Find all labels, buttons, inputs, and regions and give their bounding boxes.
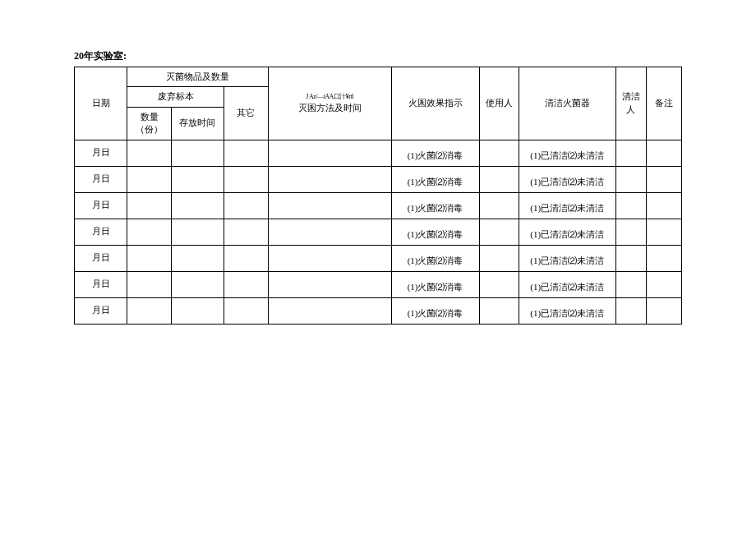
header-clean-person: 清洁人 [615,67,646,140]
cell-user [479,297,519,324]
header-date: 日期 [75,67,127,140]
cell-user [479,271,519,297]
cell-qty [127,166,172,192]
cell-cleanperson [615,219,646,245]
cell-cleanperson [615,140,646,166]
cell-qty [127,245,172,271]
cell-date: 月日 [75,219,127,245]
header-clean-sterilizer: 清洁火菌器 [519,67,615,140]
cell-cleaner: (1)已清洁⑵未清洁 [519,166,615,192]
cell-effect: (1)火菌⑵消毒 [391,245,479,271]
cell-other [224,297,269,324]
cell-cleaner: (1)已清洁⑵未清洁 [519,271,615,297]
header-other: 其它 [224,87,269,140]
cell-remark [647,219,682,245]
cell-method [268,140,391,166]
cell-remark [647,166,682,192]
cell-method [268,219,391,245]
table-row: 月日 (1)火菌⑵消毒 (1)已清洁⑵未清洁 [75,245,682,271]
cell-qty [127,192,172,219]
cell-storage [171,219,224,245]
cell-storage [171,245,224,271]
cell-qty [127,219,172,245]
cell-storage [171,192,224,219]
table-row: 月日 (1)火菌⑵消毒 (1)已清洁⑵未清洁 [75,192,682,219]
table-row: 月日 (1)火菌⑵消毒 (1)已清洁⑵未清洁 [75,297,682,324]
cell-cleanperson [615,192,646,219]
cell-method [268,192,391,219]
table-row: 月日 (1)火菌⑵消毒 (1)已清洁⑵未清洁 [75,166,682,192]
table-row: 月日 (1)火菌⑵消毒 (1)已清洁⑵未清洁 [75,140,682,166]
cell-effect: (1)火菌⑵消毒 [391,271,479,297]
header-effect: 火囷效果指示 [391,67,479,140]
cell-user [479,219,519,245]
cell-date: 月日 [75,140,127,166]
cell-effect: (1)火菌⑵消毒 [391,297,479,324]
cell-other [224,192,269,219]
cell-effect: (1)火菌⑵消毒 [391,219,479,245]
cell-other [224,166,269,192]
header-discard-sample: 废弃标本 [127,87,224,107]
header-method-small: J Az/—tAA口汁¥rtl [270,92,390,101]
table-body: 月日 (1)火菌⑵消毒 (1)已清洁⑵未清洁 月日 (1)火菌⑵消毒 (1)已清… [75,140,682,324]
cell-cleaner: (1)已清洁⑵未清洁 [519,297,615,324]
cell-storage [171,297,224,324]
header-method: J Az/—tAA口汁¥rtl 灭囷方法及时间 [268,67,391,140]
cell-date: 月日 [75,166,127,192]
cell-method [268,271,391,297]
cell-other [224,140,269,166]
cell-storage [171,271,224,297]
cell-cleanperson [615,271,646,297]
header-storage-time: 存放时间 [171,107,224,140]
cell-remark [647,271,682,297]
table-row: 月日 (1)火菌⑵消毒 (1)已清洁⑵未清洁 [75,219,682,245]
cell-effect: (1)火菌⑵消毒 [391,140,479,166]
cell-user [479,140,519,166]
table-row: 月日 (1)火菌⑵消毒 (1)已清洁⑵未清洁 [75,271,682,297]
cell-user [479,245,519,271]
cell-qty [127,140,172,166]
cell-other [224,219,269,245]
cell-effect: (1)火菌⑵消毒 [391,166,479,192]
cell-cleanperson [615,166,646,192]
cell-remark [647,192,682,219]
cell-method [268,297,391,324]
cell-other [224,245,269,271]
cell-user [479,166,519,192]
cell-date: 月日 [75,297,127,324]
lab-record-table: 日期 灭菌物品及数量 J Az/—tAA口汁¥rtl 灭囷方法及时间 火囷效果指… [74,67,682,325]
cell-date: 月日 [75,192,127,219]
cell-cleaner: (1)已清洁⑵未清洁 [519,192,615,219]
cell-other [224,271,269,297]
cell-remark [647,140,682,166]
header-remark: 备注 [647,67,682,140]
header-user: 使用人 [479,67,519,140]
cell-qty [127,271,172,297]
cell-storage [171,140,224,166]
cell-storage [171,166,224,192]
cell-cleaner: (1)已清洁⑵未清洁 [519,219,615,245]
header-qty: 数量（份） [127,107,172,140]
cell-cleaner: (1)已清洁⑵未清洁 [519,245,615,271]
cell-date: 月日 [75,271,127,297]
page-title: 20年实验室: [74,49,682,63]
cell-effect: (1)火菌⑵消毒 [391,192,479,219]
header-sterilize-items: 灭菌物品及数量 [127,67,268,87]
cell-cleanperson [615,245,646,271]
cell-user [479,192,519,219]
cell-qty [127,297,172,324]
cell-cleanperson [615,297,646,324]
cell-method [268,245,391,271]
cell-remark [647,245,682,271]
cell-date: 月日 [75,245,127,271]
cell-remark [647,297,682,324]
header-method-text: 灭囷方法及时间 [270,102,390,114]
cell-method [268,166,391,192]
cell-cleaner: (1)已清洁⑵未清洁 [519,140,615,166]
